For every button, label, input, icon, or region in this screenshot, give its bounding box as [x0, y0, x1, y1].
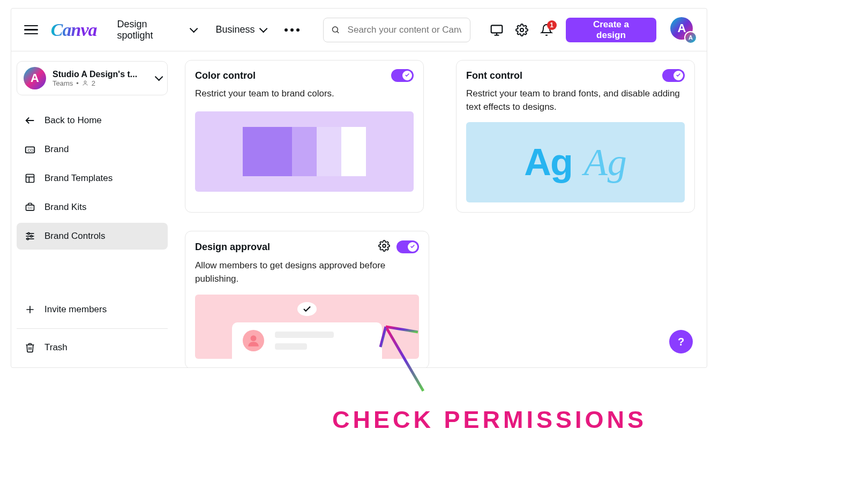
- sidebar-item-label: Brand: [44, 144, 69, 155]
- avatar-sub-icon: A: [684, 31, 697, 44]
- search-box[interactable]: [323, 18, 470, 42]
- svg-point-16: [28, 232, 29, 234]
- sidebar-item-label: Brand Templates: [44, 173, 113, 184]
- notifications-icon[interactable]: 1: [540, 24, 553, 36]
- sidebar-item-label: Trash: [44, 342, 68, 353]
- desktop-icon[interactable]: [490, 23, 504, 37]
- sliders-icon: [24, 231, 36, 242]
- card-title: Color control: [195, 70, 385, 81]
- team-switcher[interactable]: A Studio A Design's t... Teams • 2: [17, 61, 168, 95]
- card-font-control: Font control Restrict your team to brand…: [456, 60, 695, 213]
- team-name-label: Studio A Design's t...: [53, 70, 148, 79]
- sidebar-item-brand-templates[interactable]: Brand Templates: [17, 165, 168, 192]
- design-approval-toggle[interactable]: [396, 240, 419, 253]
- sidebar-item-label: Back to Home: [44, 115, 102, 126]
- nav-design-spotlight[interactable]: Design spotlight: [112, 19, 201, 41]
- more-nav-icon[interactable]: [280, 28, 304, 32]
- sidebar-trash[interactable]: Trash: [17, 334, 168, 361]
- approval-illustration: [195, 295, 419, 359]
- font-control-toggle[interactable]: [662, 69, 685, 82]
- sidebar-item-brand-controls[interactable]: Brand Controls: [17, 223, 168, 250]
- color-illustration: [195, 111, 414, 192]
- font-illustration: Ag Ag: [466, 122, 685, 202]
- chevron-down-icon: [190, 24, 196, 35]
- card-title: Design approval: [195, 242, 372, 253]
- plus-icon: [24, 304, 36, 315]
- svg-point-24: [251, 335, 257, 341]
- card-design-approval: Design approval Allow members to get des…: [185, 231, 429, 367]
- account-avatar[interactable]: A A: [670, 17, 696, 43]
- team-avatar-icon: A: [24, 67, 46, 89]
- nav-business[interactable]: Business: [211, 24, 271, 35]
- svg-rect-2: [491, 25, 502, 33]
- chevron-down-icon: [259, 24, 265, 35]
- divider: [17, 328, 168, 329]
- check-icon: [297, 302, 317, 316]
- arrow-left-icon: [24, 115, 36, 126]
- app-frame: Canva Design spotlight Business 1: [11, 8, 707, 368]
- card-color-control: Color control Restrict your team to bran…: [185, 60, 424, 213]
- sidebar: A Studio A Design's t... Teams • 2 Back …: [11, 51, 173, 367]
- svg-line-1: [337, 31, 339, 33]
- chevron-down-icon: [155, 73, 161, 83]
- svg-point-23: [383, 245, 386, 248]
- settings-gear-icon[interactable]: [515, 24, 528, 36]
- search-input[interactable]: [347, 24, 462, 36]
- create-design-button[interactable]: Create a design: [566, 18, 657, 42]
- toolbox-icon: CO.: [24, 202, 36, 213]
- color-control-toggle[interactable]: [391, 69, 414, 82]
- brand-icon: CO.: [24, 144, 36, 155]
- trash-icon: [24, 342, 36, 353]
- template-icon: [24, 173, 36, 184]
- svg-point-6: [84, 81, 86, 83]
- font-sample-serif: Ag: [584, 140, 627, 185]
- body: A Studio A Design's t... Teams • 2 Back …: [11, 51, 707, 367]
- sidebar-item-brand[interactable]: CO. Brand: [17, 136, 168, 163]
- person-icon: [243, 330, 264, 351]
- menu-icon[interactable]: [24, 25, 38, 35]
- header-icon-group: 1: [490, 23, 553, 37]
- nav-design-spotlight-label: Design spotlight: [117, 19, 185, 41]
- top-header: Canva Design spotlight Business 1: [11, 9, 707, 51]
- svg-point-18: [31, 235, 32, 237]
- svg-point-20: [27, 238, 28, 239]
- svg-point-0: [332, 26, 338, 32]
- help-button[interactable]: ?: [669, 330, 693, 353]
- sidebar-item-label: Brand Controls: [44, 231, 105, 242]
- card-desc: Restrict your team to brand fonts, and d…: [466, 87, 685, 114]
- svg-point-5: [520, 28, 523, 32]
- canva-logo[interactable]: Canva: [48, 20, 102, 40]
- svg-rect-10: [26, 175, 34, 183]
- person-icon: [82, 80, 88, 86]
- notifications-badge: 1: [547, 20, 557, 30]
- search-icon: [331, 24, 340, 36]
- card-title: Font control: [466, 70, 656, 81]
- card-desc: Restrict your team to brand colors.: [195, 87, 414, 101]
- main-content: Color control Restrict your team to bran…: [173, 51, 707, 367]
- sidebar-item-label: Invite members: [44, 304, 107, 315]
- svg-text:CO.: CO.: [28, 206, 34, 209]
- sidebar-back-home[interactable]: Back to Home: [17, 107, 168, 134]
- svg-text:CO.: CO.: [27, 148, 34, 153]
- nav-business-label: Business: [216, 24, 255, 35]
- team-meta-label: Teams • 2: [53, 79, 148, 87]
- sidebar-item-label: Brand Kits: [44, 202, 86, 213]
- font-sample-bold: Ag: [524, 141, 572, 184]
- sidebar-invite-members[interactable]: Invite members: [17, 296, 168, 323]
- card-desc: Allow members to get designs approved be…: [195, 259, 419, 285]
- approval-settings-gear-icon[interactable]: [378, 240, 390, 254]
- sidebar-item-brand-kits[interactable]: CO. Brand Kits: [17, 194, 168, 221]
